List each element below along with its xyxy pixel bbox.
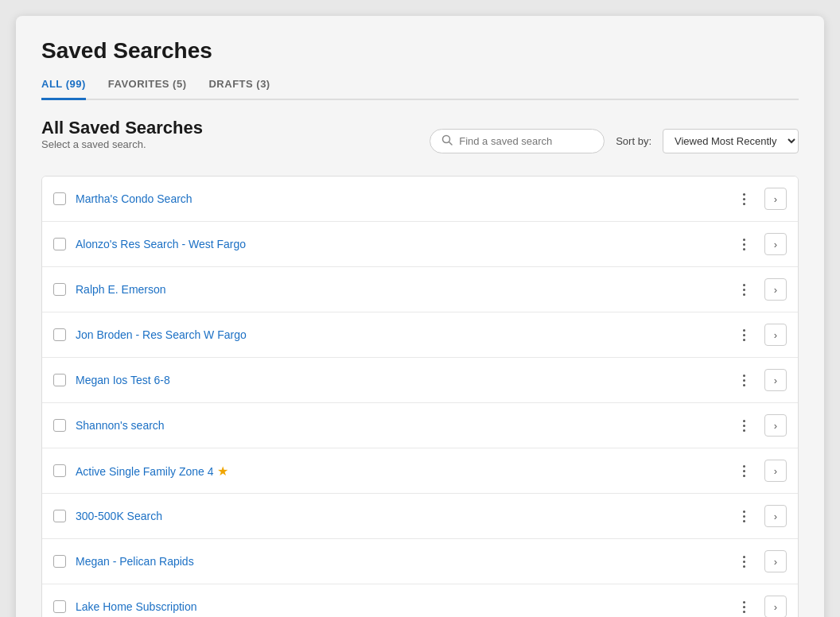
search-box (430, 129, 605, 153)
search-icon (441, 134, 453, 148)
item-checkbox[interactable] (53, 283, 66, 296)
search-input[interactable] (459, 135, 593, 147)
item-expand-button[interactable]: › (764, 233, 787, 255)
item-checkbox[interactable] (53, 419, 66, 432)
star-icon: ★ (217, 464, 228, 478)
item-expand-button[interactable]: › (764, 369, 787, 391)
kebab-dots-icon (743, 510, 745, 522)
item-name[interactable]: Shannon's search (76, 419, 723, 432)
chevron-right-icon: › (774, 374, 777, 386)
item-checkbox[interactable] (53, 510, 66, 522)
item-checkbox[interactable] (53, 374, 66, 386)
item-expand-button[interactable]: › (764, 505, 787, 527)
tab-drafts[interactable]: DRAFTS (3) (208, 78, 270, 100)
item-name[interactable]: Ralph E. Emerson (76, 283, 723, 296)
chevron-right-icon: › (774, 239, 777, 250)
chevron-right-icon: › (774, 284, 777, 296)
kebab-menu-button[interactable] (733, 414, 755, 437)
item-expand-button[interactable]: › (764, 188, 787, 210)
chevron-right-icon: › (774, 420, 777, 432)
item-expand-button[interactable]: › (764, 414, 787, 437)
item-expand-button[interactable]: › (764, 460, 787, 482)
kebab-dots-icon (743, 329, 745, 341)
kebab-dots-icon (743, 465, 745, 477)
item-checkbox[interactable] (53, 555, 66, 568)
item-expand-button[interactable]: › (764, 550, 787, 572)
item-name[interactable]: Jon Broden - Res Search W Fargo (76, 328, 723, 341)
main-card: Saved Searches ALL (99)FAVORITES (5)DRAF… (16, 16, 824, 617)
item-expand-button[interactable]: › (764, 324, 787, 346)
chevron-right-icon: › (774, 329, 777, 341)
chevron-right-icon: › (774, 465, 777, 477)
svg-line-1 (449, 142, 453, 146)
kebab-menu-button[interactable] (733, 550, 755, 572)
kebab-dots-icon (743, 556, 745, 568)
chevron-right-icon: › (774, 510, 777, 522)
kebab-menu-button[interactable] (733, 324, 755, 346)
item-name[interactable]: Megan - Pelican Rapids (76, 555, 723, 568)
kebab-dots-icon (743, 374, 745, 386)
sort-select[interactable]: Viewed Most RecentlyAlphabeticalDate Cre… (663, 129, 799, 153)
item-name[interactable]: Martha's Condo Search (76, 192, 723, 205)
kebab-menu-button[interactable] (733, 233, 755, 255)
kebab-dots-icon (743, 284, 745, 296)
chevron-right-icon: › (774, 556, 777, 568)
tabs-bar: ALL (99)FAVORITES (5)DRAFTS (3) (41, 78, 799, 100)
kebab-dots-icon (743, 420, 745, 432)
list-item: Alonzo's Res Search - West Fargo › (42, 222, 798, 267)
kebab-menu-button[interactable] (733, 596, 755, 617)
item-name[interactable]: Alonzo's Res Search - West Fargo (76, 238, 723, 250)
kebab-menu-button[interactable] (733, 460, 755, 482)
section-title: All Saved Searches (41, 118, 203, 138)
tab-all[interactable]: ALL (99) (41, 78, 86, 100)
item-checkbox[interactable] (53, 464, 66, 477)
item-checkbox[interactable] (53, 238, 66, 250)
list-item: Martha's Condo Search › (42, 177, 798, 222)
chevron-right-icon: › (774, 601, 777, 613)
item-checkbox[interactable] (53, 328, 66, 341)
item-checkbox[interactable] (53, 192, 66, 205)
search-list: Martha's Condo Search ›Alonzo's Res Sear… (41, 176, 799, 617)
kebab-menu-button[interactable] (733, 369, 755, 391)
kebab-menu-button[interactable] (733, 188, 755, 210)
kebab-dots-icon (743, 601, 745, 613)
item-expand-button[interactable]: › (764, 596, 787, 617)
item-name[interactable]: Active Single Family Zone 4★ (76, 464, 723, 479)
item-expand-button[interactable]: › (764, 278, 787, 301)
tab-favorites[interactable]: FAVORITES (5) (108, 78, 187, 100)
section-subtitle: Select a saved search. (41, 138, 203, 150)
list-item: Shannon's search › (42, 403, 798, 448)
kebab-dots-icon (743, 193, 745, 205)
list-item: Jon Broden - Res Search W Fargo › (42, 312, 798, 358)
item-name[interactable]: Lake Home Subscription (76, 600, 723, 613)
list-item: 300-500K Search › (42, 494, 798, 539)
list-item: Megan - Pelican Rapids › (42, 539, 798, 584)
page-title: Saved Searches (41, 38, 799, 64)
item-name[interactable]: 300-500K Search (76, 510, 723, 522)
kebab-dots-icon (743, 239, 745, 250)
list-item: Lake Home Subscription › (42, 584, 798, 617)
chevron-right-icon: › (774, 193, 777, 205)
item-name[interactable]: Megan Ios Test 6-8 (76, 374, 723, 386)
controls: Sort by: Viewed Most RecentlyAlphabetica… (430, 129, 799, 153)
list-item: Active Single Family Zone 4★ › (42, 448, 798, 494)
sort-label: Sort by: (616, 135, 651, 147)
item-checkbox[interactable] (53, 600, 66, 613)
list-item: Ralph E. Emerson › (42, 267, 798, 312)
list-item: Megan Ios Test 6-8 › (42, 358, 798, 403)
kebab-menu-button[interactable] (733, 278, 755, 301)
kebab-menu-button[interactable] (733, 505, 755, 527)
section-header: All Saved Searches Select a saved search… (41, 118, 799, 165)
